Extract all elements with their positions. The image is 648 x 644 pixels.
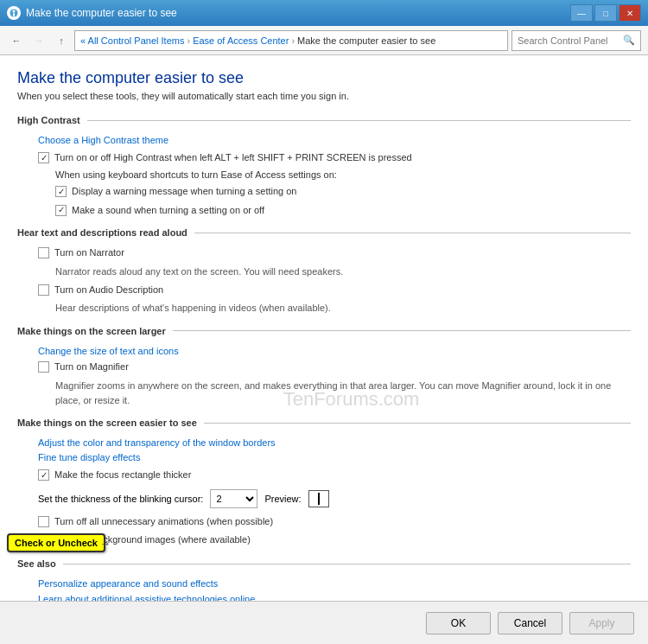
magnifier-desc: Magnifier zooms in anywhere on the scree… — [55, 379, 631, 407]
choose-high-contrast-link[interactable]: Choose a High Contrast theme — [38, 135, 168, 145]
svg-rect-2 — [13, 13, 15, 16]
search-icon: 🔍 — [623, 35, 635, 46]
focus-rectangle-label: Make the focus rectangle thicker — [54, 469, 191, 481]
magnifier-checkbox[interactable] — [38, 361, 49, 373]
forward-button[interactable]: → — [29, 31, 48, 50]
assistive-tech-link[interactable]: Learn about additional assistive technol… — [38, 594, 255, 601]
make-sound-label: Make a sound when turning a setting on o… — [72, 204, 264, 217]
title-bar: Make the computer easier to see — □ ✕ — [0, 0, 648, 26]
ok-button[interactable]: OK — [426, 612, 491, 634]
animations-checkbox[interactable] — [38, 516, 49, 527]
make-sound-checkbox[interactable] — [55, 205, 67, 216]
magnifier-section-header: Make things on the screen larger — [17, 326, 631, 336]
up-button[interactable]: ↑ — [52, 31, 71, 50]
bottom-bar: OK Cancel Apply — [0, 601, 648, 644]
cursor-preview-box — [308, 490, 329, 507]
breadcrumb-ease-of-access[interactable]: Ease of Access Center — [193, 35, 289, 46]
breadcrumb-current: Make the computer easier to see — [297, 35, 435, 46]
magnifier-title: Make things on the screen larger — [17, 326, 173, 336]
focus-rectangle-checkbox[interactable] — [38, 469, 49, 481]
window-title: Make the computer easier to see — [26, 7, 177, 19]
svg-point-1 — [13, 10, 16, 13]
high-contrast-toggle-checkbox[interactable] — [38, 152, 49, 163]
warning-message-label: Display a warning message when turning a… — [72, 185, 296, 198]
see-also-section-header: See also — [17, 558, 631, 569]
narrator-checkbox[interactable] — [38, 247, 49, 258]
narrator-section-header: Hear text and descriptions read aloud — [17, 227, 631, 238]
easier-section-header: Make things on the screen easier to see — [17, 418, 631, 428]
preview-label: Preview: — [264, 494, 301, 504]
narrator-desc: Narrator reads aloud any text on the scr… — [55, 265, 631, 278]
change-text-size-link[interactable]: Change the size of text and icons — [38, 346, 179, 356]
narrator-title: Hear text and descriptions read aloud — [17, 227, 194, 238]
search-box[interactable]: 🔍 — [511, 30, 641, 51]
cursor-thickness-select[interactable]: 1 2 3 4 5 — [210, 489, 257, 508]
maximize-button[interactable]: □ — [594, 4, 617, 22]
high-contrast-title: High Contrast — [17, 115, 87, 125]
narrator-label: Turn on Narrator — [54, 246, 124, 259]
audio-desc-checkbox[interactable] — [38, 284, 49, 296]
check-uncheck-badge: Check or Uncheck — [7, 533, 105, 552]
address-bar: ← → ↑ « All Control Panel Items › Ease o… — [0, 26, 648, 55]
page-title: Make the computer easier to see — [17, 69, 631, 87]
audio-desc-label: Turn on Audio Description — [54, 284, 163, 296]
search-input[interactable] — [518, 35, 623, 46]
high-contrast-toggle-label: Turn on or off High Contrast when left A… — [54, 151, 412, 164]
cursor-thickness-label: Set the thickness of the blinking cursor… — [38, 494, 203, 504]
magnifier-label: Turn on Magnifier — [54, 360, 129, 373]
personalize-link[interactable]: Personalize appearance and sound effects — [38, 578, 218, 589]
badge-arrow: → — [99, 537, 111, 550]
audio-desc-desc: Hear descriptions of what's happening in… — [55, 302, 631, 315]
high-contrast-checkbox-row: Turn on or off High Contrast when left A… — [38, 151, 631, 164]
warning-message-checkbox[interactable] — [55, 186, 67, 197]
fine-tune-link[interactable]: Fine tune display effects — [38, 452, 140, 462]
high-contrast-section-header: High Contrast — [17, 115, 631, 125]
see-also-title: See also — [17, 558, 63, 569]
adjust-color-link[interactable]: Adjust the color and transparency of the… — [38, 437, 276, 448]
title-icon — [7, 6, 21, 20]
address-input[interactable]: « All Control Panel Items › Ease of Acce… — [74, 30, 508, 51]
page-subtitle: When you select these tools, they will a… — [17, 91, 631, 101]
close-button[interactable]: ✕ — [619, 4, 641, 22]
animations-label: Turn off all unnecessary animations (whe… — [54, 515, 273, 528]
minimize-button[interactable]: — — [570, 4, 593, 22]
cursor-preview — [318, 493, 320, 505]
apply-button[interactable]: Apply — [569, 612, 634, 634]
window-controls: — □ ✕ — [570, 4, 641, 22]
keyboard-shortcut-label: When using keyboard shortcuts to turn Ea… — [55, 169, 631, 180]
easier-title: Make things on the screen easier to see — [17, 418, 204, 428]
main-content: TenForums.com Make the computer easier t… — [0, 55, 648, 601]
cursor-thickness-row: Set the thickness of the blinking cursor… — [38, 489, 631, 508]
back-button[interactable]: ← — [7, 31, 26, 50]
breadcrumb-control-panel[interactable]: « All Control Panel Items — [80, 35, 184, 46]
breadcrumb: « All Control Panel Items › Ease of Acce… — [80, 35, 435, 46]
cancel-button[interactable]: Cancel — [498, 612, 562, 634]
